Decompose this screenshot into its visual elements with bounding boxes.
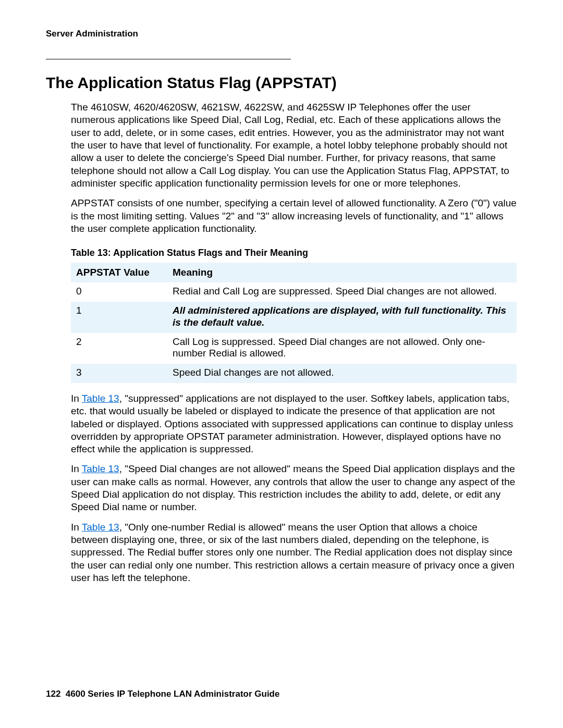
table-row: 1 All administered applications are disp… [71, 302, 517, 333]
running-head: Server Administration [46, 29, 517, 39]
cell-value: 1 [71, 302, 167, 333]
after-para-2: In Table 13, "Speed Dial changes are not… [46, 463, 517, 513]
table-ref-link[interactable]: Table 13 [82, 393, 119, 404]
page-footer: 122 4600 Series IP Telephone LAN Adminis… [46, 689, 279, 699]
th-appstat-value: APPSTAT Value [71, 263, 167, 282]
appstat-table: APPSTAT Value Meaning 0 Redial and Call … [71, 263, 517, 383]
section-rule [46, 59, 291, 59]
text: In [71, 522, 82, 533]
section-title: The Application Status Flag (APPSTAT) [46, 74, 517, 92]
text: In [71, 463, 82, 474]
text: , "Speed Dial changes are not allowed" m… [71, 463, 515, 512]
text: In [71, 393, 82, 404]
intro-para-1: The 4610SW, 4620/4620SW, 4621SW, 4622SW,… [46, 101, 517, 190]
page-number: 122 [46, 689, 60, 699]
text: , "Only one-number Redial is allowed" me… [71, 522, 515, 583]
text: , "suppressed" applications are not disp… [71, 393, 513, 454]
cell-value: 2 [71, 333, 167, 364]
cell-meaning: Speed Dial changes are not allowed. [167, 364, 517, 383]
cell-meaning: All administered applications are displa… [167, 302, 517, 333]
table-ref-link[interactable]: Table 13 [82, 463, 119, 474]
cell-meaning: Redial and Call Log are suppressed. Spee… [167, 282, 517, 302]
table-body: 0 Redial and Call Log are suppressed. Sp… [71, 282, 517, 383]
table-row: 0 Redial and Call Log are suppressed. Sp… [71, 282, 517, 302]
cell-value: 0 [71, 282, 167, 302]
doc-title: 4600 Series IP Telephone LAN Administrat… [66, 689, 280, 699]
table-row: 2 Call Log is suppressed. Speed Dial cha… [71, 333, 517, 364]
th-meaning: Meaning [167, 263, 517, 282]
cell-meaning: Call Log is suppressed. Speed Dial chang… [167, 333, 517, 364]
table-row: 3 Speed Dial changes are not allowed. [71, 364, 517, 383]
after-para-1: In Table 13, "suppressed" applications a… [46, 392, 517, 456]
intro-para-2: APPSTAT consists of one number, specifyi… [46, 197, 517, 235]
cell-value: 3 [71, 364, 167, 383]
after-para-3: In Table 13, "Only one-number Redial is … [46, 521, 517, 585]
table-header-row: APPSTAT Value Meaning [71, 263, 517, 282]
table-ref-link[interactable]: Table 13 [82, 522, 119, 533]
table-caption: Table 13: Application Status Flags and T… [46, 248, 517, 258]
